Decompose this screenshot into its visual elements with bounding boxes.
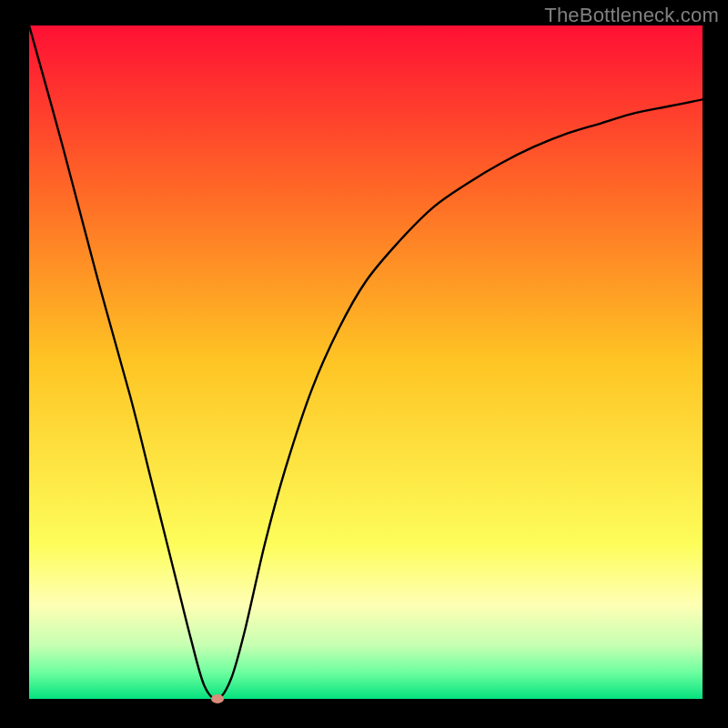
svg-rect-0 (29, 25, 703, 699)
watermark-text: TheBottleneck.com (544, 4, 719, 27)
gradient-background (29, 25, 703, 699)
optimal-point-marker (211, 694, 224, 703)
chart-container: TheBottleneck.com (0, 0, 728, 728)
plot-area (29, 25, 703, 699)
